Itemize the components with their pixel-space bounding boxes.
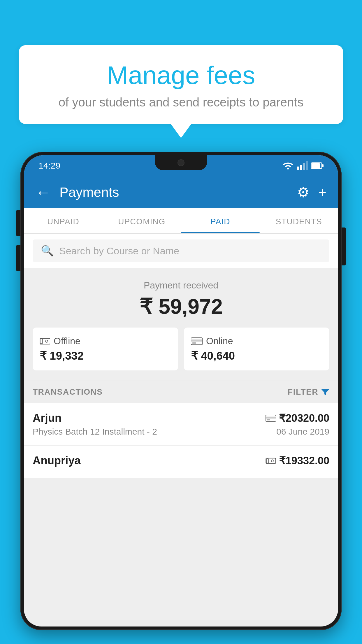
transaction-card-icon-1 (266, 414, 276, 422)
svg-rect-2 (300, 165, 302, 170)
wifi-icon (282, 161, 294, 170)
back-button[interactable]: ← (36, 185, 51, 200)
speech-bubble-container: Manage fees of your students and send re… (19, 45, 343, 124)
online-amount: ₹ 40,640 (191, 349, 322, 362)
transaction-top-2: Anupriya ₹19332.00 (33, 454, 329, 467)
status-time: 14:29 (38, 161, 60, 171)
payment-total-amount: ₹ 59,972 (33, 294, 329, 319)
svg-point-20 (271, 460, 273, 462)
signal-icon (297, 161, 308, 170)
transaction-top-1: Arjun ₹20320.00 (33, 412, 329, 424)
svg-point-10 (45, 340, 48, 342)
offline-card-header: Offline (40, 336, 171, 346)
transaction-cash-icon-2 (266, 457, 276, 465)
app-bar-title: Payments (59, 184, 288, 200)
phone-inner: 14:29 (24, 155, 338, 626)
payment-cards: Offline ₹ 19,332 Online (33, 328, 329, 370)
svg-point-0 (287, 168, 289, 169)
offline-amount: ₹ 19,332 (40, 349, 171, 362)
search-container: 🔍 Search by Course or Name (24, 234, 338, 268)
transactions-label: TRANSACTIONS (33, 387, 103, 397)
app-bar-actions: ⚙ + (297, 184, 326, 200)
transaction-bottom-1: Physics Batch 12 Installment - 2 06 June… (33, 427, 329, 437)
svg-marker-14 (321, 389, 329, 396)
transaction-name-2: Anupriya (33, 454, 81, 467)
filter-label: FILTER (288, 387, 318, 397)
tab-upcoming[interactable]: UPCOMING (103, 208, 181, 233)
tab-unpaid[interactable]: UNPAID (24, 208, 103, 233)
tabs-container: UNPAID UPCOMING PAID STUDENTS (24, 208, 338, 234)
search-box[interactable]: 🔍 Search by Course or Name (33, 239, 329, 262)
svg-rect-6 (312, 163, 320, 168)
search-placeholder: Search by Course or Name (59, 245, 179, 257)
svg-rect-4 (306, 161, 308, 170)
svg-rect-18 (266, 458, 275, 463)
svg-rect-16 (266, 416, 276, 418)
bubble-title: Manage fees (36, 61, 326, 90)
offline-card: Offline ₹ 19,332 (33, 328, 178, 370)
svg-rect-12 (191, 340, 203, 342)
svg-rect-9 (40, 339, 43, 344)
svg-rect-13 (192, 342, 196, 344)
svg-rect-7 (322, 164, 324, 167)
tab-paid[interactable]: PAID (181, 208, 260, 233)
transaction-amount-row-1: ₹20320.00 (266, 412, 329, 424)
settings-button[interactable]: ⚙ (297, 184, 310, 200)
transaction-row-2: Anupriya ₹19332.00 (24, 446, 338, 478)
phone-outer: 14:29 (20, 152, 342, 630)
battery-icon (311, 162, 324, 169)
online-card-header: Online (191, 336, 322, 346)
filter-button[interactable]: FILTER (288, 387, 329, 397)
offline-label: Offline (54, 336, 80, 346)
payment-received-label: Payment received (33, 280, 329, 291)
transaction-amount-2: ₹19332.00 (279, 455, 329, 467)
filter-icon (321, 388, 329, 396)
transaction-name-1: Arjun (33, 412, 61, 424)
svg-rect-17 (266, 419, 270, 420)
svg-rect-19 (266, 459, 268, 463)
transaction-row: Arjun ₹20320.00 Physics Batch 12 Install… (24, 403, 338, 446)
tab-students[interactable]: STUDENTS (260, 208, 338, 233)
transaction-amount-row-2: ₹19332.00 (266, 455, 329, 467)
search-icon: 🔍 (41, 245, 54, 257)
speech-bubble: Manage fees of your students and send re… (19, 45, 343, 124)
notch (155, 155, 207, 170)
transaction-date-1: 06 June 2019 (276, 427, 329, 437)
transaction-course-1: Physics Batch 12 Installment - 2 (33, 427, 157, 437)
status-bar: 14:29 (24, 155, 338, 176)
status-icons (282, 161, 324, 170)
app-bar: ← Payments ⚙ + (24, 176, 338, 208)
svg-rect-1 (297, 167, 299, 170)
payment-summary: Payment received ₹ 59,972 Offline (24, 268, 338, 381)
svg-rect-3 (303, 163, 305, 170)
add-button[interactable]: + (318, 184, 326, 200)
transaction-amount-1: ₹20320.00 (279, 412, 329, 424)
transactions-header: TRANSACTIONS FILTER (24, 381, 338, 403)
card-icon (191, 337, 203, 345)
online-card: Online ₹ 40,640 (184, 328, 329, 370)
phone-wrapper: 14:29 (20, 152, 342, 644)
camera (178, 159, 184, 166)
svg-rect-8 (40, 338, 50, 344)
online-label: Online (206, 336, 233, 346)
cash-icon (40, 337, 50, 345)
bubble-subtitle: of your students and send receipts to pa… (36, 95, 326, 109)
